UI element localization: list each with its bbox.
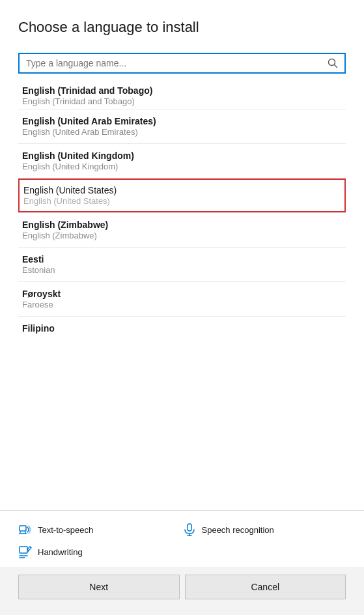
next-button[interactable]: Next: [18, 575, 180, 599]
lang-native-partial: English (Trinidad and Tobago): [22, 85, 342, 96]
lang-english: Faroese: [22, 300, 342, 309]
buttons-area: Next Cancel: [0, 567, 364, 615]
search-wrapper: [0, 48, 364, 79]
list-item[interactable]: Eesti Estonian: [18, 248, 346, 281]
lang-native: Føroyskt: [22, 289, 342, 299]
handwriting-icon: [18, 545, 33, 559]
svg-rect-2: [20, 526, 26, 531]
page-title: Choose a language to install: [18, 18, 346, 37]
lang-native: English (United Arab Emirates): [22, 116, 342, 126]
speech-label: Speech recognition: [202, 525, 274, 535]
cancel-button[interactable]: Cancel: [185, 575, 346, 599]
svg-rect-3: [188, 524, 191, 531]
lang-english: Estonian: [22, 265, 342, 275]
lang-native-selected: English (United States): [23, 185, 341, 195]
language-list: English (Trinidad and Tobago) English (T…: [0, 79, 364, 510]
lang-english-partial: English (Trinidad and Tobago): [22, 96, 342, 106]
tts-icon: [18, 522, 33, 537]
features-row-1: Text-to-speech Speech recognition: [18, 519, 346, 541]
speech-icon: [182, 522, 197, 537]
lang-english: English (United Kingdom): [22, 162, 342, 171]
search-box: [18, 53, 346, 74]
list-item[interactable]: English (United Kingdom) English (United…: [18, 144, 346, 178]
list-item[interactable]: English (United Arab Emirates) English (…: [18, 109, 346, 143]
main-container: Choose a language to install English (Tr…: [0, 0, 364, 615]
search-icon: [328, 58, 338, 68]
lang-native: English (United Kingdom): [22, 150, 342, 161]
list-item[interactable]: Føroyskt Faroese: [18, 282, 346, 316]
lang-native: English (Zimbabwe): [22, 220, 342, 230]
search-input[interactable]: [26, 58, 328, 68]
list-item-selected[interactable]: English (United States) English (United …: [18, 179, 346, 212]
svg-line-7: [28, 551, 29, 552]
handwriting-label: Handwriting: [38, 547, 83, 557]
lang-english: English (United Arab Emirates): [22, 127, 342, 137]
lang-native: Filipino: [22, 323, 342, 334]
tts-label: Text-to-speech: [38, 525, 93, 535]
svg-rect-6: [20, 547, 27, 553]
list-item[interactable]: English (Zimbabwe) English (Zimbabwe): [18, 213, 346, 247]
lang-english-selected: English (United States): [23, 196, 341, 206]
feature-tts: Text-to-speech: [18, 519, 182, 541]
features-area: Text-to-speech Speech recognition: [0, 510, 364, 567]
list-item[interactable]: Filipino: [18, 317, 346, 335]
search-button[interactable]: [328, 58, 338, 68]
list-item[interactable]: English (Trinidad and Tobago) English (T…: [18, 79, 346, 109]
lang-english: English (Zimbabwe): [22, 231, 342, 240]
header: Choose a language to install: [0, 0, 364, 48]
lang-native: Eesti: [22, 254, 342, 265]
svg-line-1: [335, 64, 337, 67]
features-row-2: Handwriting: [18, 541, 346, 562]
feature-speech: Speech recognition: [182, 519, 346, 541]
